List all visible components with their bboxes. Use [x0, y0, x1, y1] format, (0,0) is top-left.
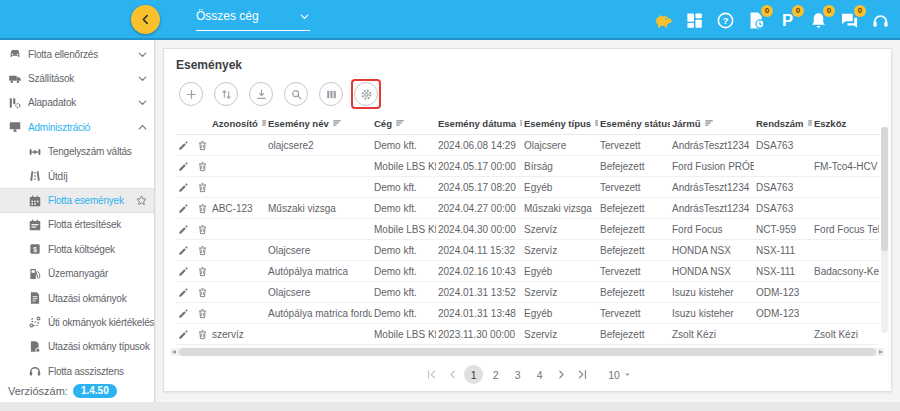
edit-row-button[interactable] — [178, 308, 189, 319]
sidebar-item-uzemanyagar[interactable]: Üzemanyagár — [0, 262, 154, 286]
horizontal-scrollbar[interactable] — [170, 348, 885, 356]
cell-eszkoz — [812, 303, 879, 324]
search-button[interactable] — [284, 82, 308, 106]
delete-row-button[interactable] — [197, 308, 208, 319]
vertical-scrollbar[interactable] — [881, 127, 888, 333]
back-button[interactable] — [131, 5, 160, 34]
prev-page-button[interactable] — [443, 366, 461, 384]
column-header-jarmu[interactable]: Jármű — [670, 115, 754, 135]
cell-esemeny_tipus: Szervíz — [522, 219, 598, 240]
sidebar-item-tengelyszam-valtas[interactable]: Tengelyszám váltás — [0, 140, 154, 164]
headset-button[interactable] — [869, 9, 892, 32]
cell-azonosito: szervíz — [210, 324, 266, 345]
cell-jarmu: HONDA NSX — [670, 261, 754, 282]
edit-row-button[interactable] — [178, 161, 189, 172]
delete-row-button[interactable] — [197, 161, 208, 172]
edit-row-button[interactable] — [178, 329, 189, 340]
column-header-eszkoz[interactable]: Eszköz — [812, 115, 879, 135]
svg-text:$: $ — [33, 246, 37, 254]
help-button[interactable]: ? — [714, 9, 737, 32]
scroll-right-arrow-icon[interactable] — [879, 350, 883, 354]
sidebar-item-utazasi-okmany-tipusok[interactable]: Utazási okmány típusok — [0, 335, 154, 359]
tool-wrap — [176, 79, 206, 109]
events-table: AzonosítóEsemény névCégEsemény dátumaEse… — [176, 115, 879, 345]
sidebar-item-uti-okmanyok-kiertekelese[interactable]: Úti okmányok kiértékelése — [0, 310, 154, 334]
settings-button[interactable] — [354, 82, 378, 106]
page-button-3[interactable]: 3 — [508, 365, 527, 384]
column-header-esemeny_nev[interactable]: Esemény név — [266, 115, 372, 135]
scroll-left-arrow-icon[interactable] — [172, 350, 176, 354]
last-page-button[interactable] — [573, 366, 591, 384]
edit-row-button[interactable] — [178, 224, 189, 235]
delete-row-button[interactable] — [197, 203, 208, 214]
piggy-bank-button[interactable] — [652, 9, 675, 32]
page-button-1[interactable]: 1 — [464, 365, 483, 384]
delete-row-button[interactable] — [197, 245, 208, 256]
sidebar-item-flotta-asszisztens[interactable]: Flotta asszisztens — [0, 359, 154, 383]
cell-azonosito — [210, 303, 266, 324]
edit-row-button[interactable] — [178, 203, 189, 214]
sort-button[interactable] — [214, 82, 238, 106]
toll-road-icon — [28, 169, 42, 183]
sidebar-item-alapadatok[interactable]: Alapadatok — [0, 91, 154, 115]
cell-jarmu: AndrásTeszt1234 — [670, 198, 754, 219]
sidebar-item-szallitasok[interactable]: Szállítások — [0, 66, 154, 90]
columns-button[interactable] — [319, 82, 343, 106]
parking-button[interactable]: P0 — [776, 9, 799, 32]
sidebar-item-flotta-koltsegek[interactable]: $Flotta költségek — [0, 237, 154, 261]
download-button[interactable] — [249, 82, 273, 106]
page-button-2[interactable]: 2 — [486, 365, 505, 384]
page-size-selector[interactable]: 10 — [608, 369, 633, 381]
table-header-row: AzonosítóEsemény névCégEsemény dátumaEse… — [176, 115, 879, 135]
calendar-icon — [28, 194, 42, 208]
sidebar-item-flotta-ellenorzes[interactable]: Flotta ellenőrzés — [0, 42, 154, 66]
column-header-esemeny_datuma[interactable]: Esemény dátuma — [436, 115, 522, 135]
route-icon — [28, 315, 42, 329]
cell-rendszam: DSA763 — [754, 177, 812, 198]
vertical-scrollbar-thumb[interactable] — [881, 127, 888, 251]
axle-icon — [28, 145, 42, 159]
next-page-button[interactable] — [552, 366, 570, 384]
column-header-esemeny_tipus[interactable]: Esemény típus — [522, 115, 598, 135]
cell-eszkoz: Zsolt Kézi — [812, 324, 879, 345]
add-button[interactable] — [179, 82, 203, 106]
cell-rendszam — [754, 324, 812, 345]
bell-button[interactable]: 0 — [807, 9, 830, 32]
svg-text:P: P — [782, 11, 793, 30]
delete-row-button[interactable] — [197, 182, 208, 193]
document-clock-button[interactable]: 0 — [745, 9, 768, 32]
sidebar-item-utazasi-okmanyok[interactable]: Utazási okmányok — [0, 286, 154, 310]
delete-row-button[interactable] — [197, 224, 208, 235]
edit-row-button[interactable] — [178, 266, 189, 277]
column-header-ceg[interactable]: Cég — [372, 115, 436, 135]
dashboard-button[interactable] — [683, 9, 706, 32]
edit-row-button[interactable] — [178, 245, 189, 256]
prev-page-icon — [446, 368, 459, 381]
page-button-4[interactable]: 4 — [530, 365, 549, 384]
sidebar-item-flotta-esemenyek[interactable]: Flotta események — [0, 188, 154, 212]
first-page-button[interactable] — [422, 366, 440, 384]
column-header-rendszam[interactable]: Rendszám — [754, 115, 812, 135]
company-selector[interactable]: Összes cég — [196, 9, 310, 31]
edit-row-button[interactable] — [178, 182, 189, 193]
cell-esemeny_statusz: Tervezett — [598, 177, 670, 198]
truck-icon — [8, 72, 22, 86]
chat-button[interactable]: 0 — [838, 9, 861, 32]
sidebar-item-flotta-ertesitesek[interactable]: Flotta értesítések — [0, 213, 154, 237]
sidebar-item-adminisztracio[interactable]: Adminisztráció — [0, 115, 154, 139]
delete-row-button[interactable] — [197, 287, 208, 298]
last-page-icon — [576, 368, 589, 381]
edit-row-button[interactable] — [178, 287, 189, 298]
edit-row-button[interactable] — [178, 140, 189, 151]
monitor-icon — [8, 120, 22, 134]
sidebar-item-utdij[interactable]: Útdíj — [0, 164, 154, 188]
column-header-esemeny_statusz[interactable]: Esemény státusz — [598, 115, 670, 135]
delete-row-button[interactable] — [197, 266, 208, 277]
delete-row-button[interactable] — [197, 140, 208, 151]
version-badge: 1.4.50 — [73, 384, 117, 398]
horizontal-scrollbar-thumb[interactable] — [179, 348, 876, 356]
sort-lines-icon — [261, 118, 266, 128]
delete-row-button[interactable] — [197, 329, 208, 340]
column-header-azonosito[interactable]: Azonosító — [210, 115, 266, 135]
chevron-down-icon — [299, 11, 310, 22]
